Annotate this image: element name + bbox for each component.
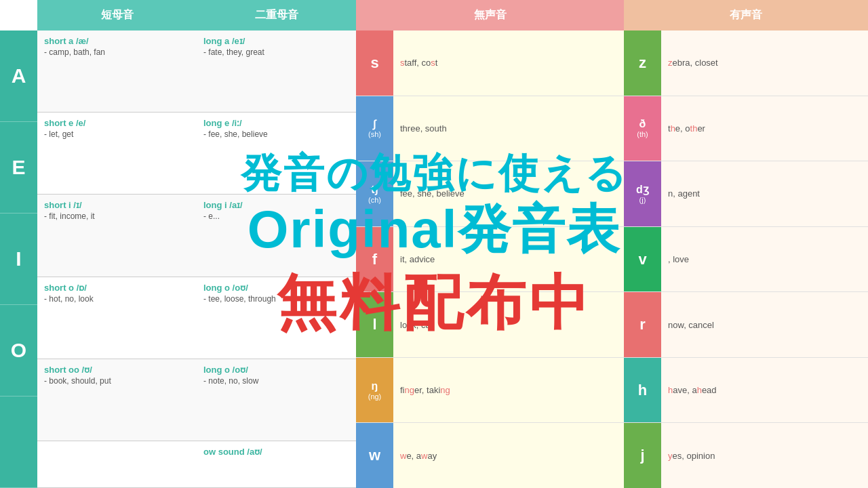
short-vowel-title-2: short i /ɪ/: [44, 200, 190, 210]
cons-sym-h: h: [624, 358, 661, 423]
cons-ex-th-h2: th: [690, 123, 698, 134]
header-diphthong: 二重母音: [197, 0, 356, 30]
diphthong-column: long a /eɪ/ - fate, they, great long e /…: [197, 30, 356, 488]
diphthong-ex-4: - note, no, slow: [203, 376, 349, 386]
tab-extra: [0, 396, 37, 488]
cons-row-ch: tʃ(ch) fee, she, believe: [356, 161, 624, 227]
diphthong-5: ow sound /aʊ/: [197, 441, 356, 488]
cons-row-l: l look, call: [356, 292, 624, 358]
cons-ex-w: we, away: [393, 423, 624, 488]
short-vowel-ex-1: - let, get: [44, 129, 190, 139]
cons-sym-r: r: [624, 292, 661, 357]
cons-ex-h-h2: h: [697, 385, 702, 395]
cons-row-v: v , love: [624, 227, 868, 293]
diphthong-title-4: long o /oʊ/: [203, 365, 349, 375]
cons-ex-z-t: ebra, closet: [673, 58, 718, 68]
cons-row-s: s staff, cost: [356, 30, 624, 96]
cons-ex-th-t2: e, o: [675, 123, 690, 134]
short-vowel-2: short i /ɪ/ - fit, income, it: [37, 195, 197, 277]
header-voiceless: 無声音: [356, 0, 624, 30]
cons-ex-w-h1: w: [400, 451, 406, 461]
header-voiced: 有声音: [624, 0, 868, 30]
short-vowel-ex-0: - camp, bath, fan: [44, 47, 190, 57]
cons-ex-h-h1: h: [668, 385, 673, 395]
cons-ex-th-h: h: [671, 123, 675, 134]
tab-i: I: [0, 214, 37, 305]
short-vowel-ex-3: - hot, no, look: [44, 294, 190, 304]
diphthong-ex-3: - tee, loose, through: [203, 294, 349, 304]
cons-sym-w: w: [356, 423, 393, 488]
short-vowel-ex-2: - fit, income, it: [44, 211, 190, 221]
short-vowel-1: short e /e/ - let, get: [37, 113, 197, 195]
cons-ex-ng-h1: ng: [405, 385, 414, 395]
diphthong-title-2: long i /aɪ/: [203, 200, 349, 210]
cons-sym-l: l: [356, 292, 393, 357]
diphthong-ex-2: - e...: [203, 211, 349, 221]
voiceless-cons-column: s staff, cost ∫(sh) three, south tʃ(ch) …: [356, 30, 624, 488]
cons-ex-l-text: look, ca: [400, 320, 431, 330]
short-vowel-5: [37, 441, 197, 488]
cons-ex-h-t2: ead: [702, 385, 717, 395]
header-blank: [0, 0, 37, 30]
diphthong-title-1: long e /iː/: [203, 118, 349, 128]
diphthong-3: long o /oʊ/ - tee, loose, through: [197, 277, 356, 359]
cons-sym-dj: dʒ(j): [624, 161, 661, 226]
cons-row-w: w we, away: [356, 423, 624, 488]
cons-row-z: z zebra, closet: [624, 30, 868, 96]
cons-ex-j-t1: es, opinion: [673, 451, 715, 461]
short-vowel-title-0: short a /æ/: [44, 36, 190, 46]
short-vowel-ex-4: - book, should, put: [44, 376, 190, 386]
cons-sym-ch: tʃ(ch): [356, 161, 393, 226]
diphthong-2: long i /aɪ/ - e...: [197, 195, 356, 277]
cons-row-h: h have, ahead: [624, 358, 868, 424]
cons-ex-w-t2: ay: [427, 451, 437, 461]
cons-ex-dj: n, agent: [661, 161, 868, 226]
cons-row-th: ð(th) the, other: [624, 96, 868, 162]
tab-e: E: [0, 122, 37, 214]
letter-tabs: A E I O: [0, 30, 37, 488]
voiced-cons-column: z zebra, closet ð(th) the, other dʒ(j) n…: [624, 30, 868, 488]
cons-sym-j: j: [624, 423, 661, 488]
short-vowels-column: short a /æ/ - camp, bath, fan short e /e…: [37, 30, 197, 488]
cons-ex-ng: finger, taking: [393, 358, 624, 423]
cons-ex-th-t3: er: [697, 123, 705, 134]
header-short-vowel: 短母音: [37, 0, 197, 30]
cons-ex-ng-h2: ng: [440, 385, 450, 395]
tab-a: A: [0, 30, 37, 122]
cons-ex-sh: three, south: [393, 96, 624, 161]
cons-ex-f: it, advice: [393, 227, 624, 292]
short-vowel-3: short o /ɒ/ - hot, no, look: [37, 277, 197, 359]
diphthong-title-3: long o /oʊ/: [203, 283, 349, 293]
cons-ex-v: , love: [661, 227, 868, 292]
short-vowel-title-4: short oo /ʊ/: [44, 365, 190, 375]
cons-ex-s-rest1: taff, co: [405, 58, 431, 68]
diphthong-4: long o /oʊ/ - note, no, slow: [197, 359, 356, 441]
cons-ex-s: staff, cost: [393, 30, 624, 96]
cons-sym-ng: ŋ(ng): [356, 358, 393, 423]
cons-row-ng: ŋ(ng) finger, taking: [356, 358, 624, 424]
cons-row-dj: dʒ(j) n, agent: [624, 161, 868, 227]
short-vowel-title-1: short e /e/: [44, 118, 190, 128]
cons-sym-f: f: [356, 227, 393, 292]
cons-ex-w-t1: e, a: [406, 451, 421, 461]
diphthong-title-5: ow sound /aʊ/: [203, 447, 349, 457]
cons-sym-s: s: [356, 30, 393, 96]
diphthong-ex-0: - fate, they, great: [203, 47, 349, 57]
cons-sym-th: ð(th): [624, 96, 661, 161]
diphthong-1: long e /iː/ - fee, she, believe: [197, 113, 356, 195]
cons-ex-th: the, other: [661, 96, 868, 161]
cons-row-r: r now, cancel: [624, 292, 868, 358]
tab-o: O: [0, 305, 37, 396]
cons-ex-h-t1: ave, a: [673, 385, 696, 395]
short-vowel-title-3: short o /ɒ/: [44, 283, 190, 293]
main-grid: 短母音 二重母音 無声音 有声音 A E I O short a /æ/ - c…: [0, 0, 868, 488]
cons-sym-v: v: [624, 227, 661, 292]
diphthong-title-0: long a /eɪ/: [203, 36, 349, 46]
cons-row-f: f it, advice: [356, 227, 624, 293]
cons-ex-j: yes, opinion: [661, 423, 868, 488]
diphthong-ex-1: - fee, she, believe: [203, 129, 349, 139]
cons-ex-r: now, cancel: [661, 292, 868, 357]
cons-sym-z: z: [624, 30, 661, 96]
short-vowel-0: short a /æ/ - camp, bath, fan: [37, 30, 197, 113]
cons-ex-h: have, ahead: [661, 358, 868, 423]
